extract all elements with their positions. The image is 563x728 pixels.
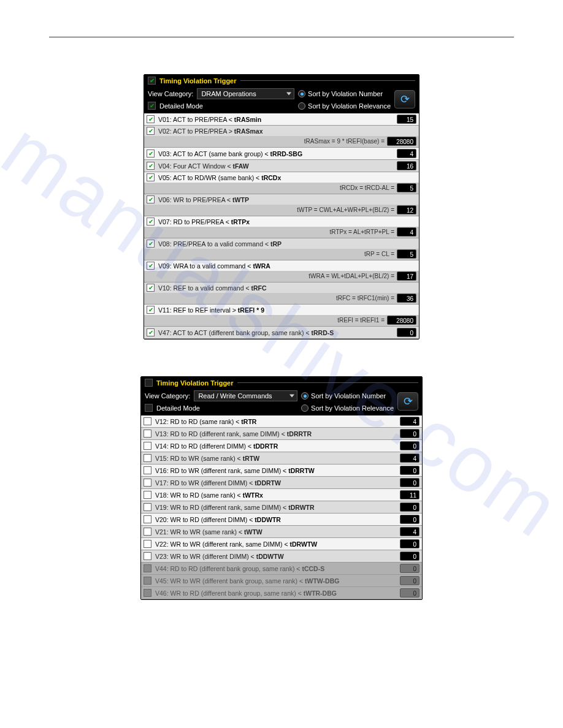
row-checkbox[interactable] [147,150,155,157]
radio-icon [301,404,308,412]
value-box[interactable]: 11 [400,490,419,499]
value-box[interactable]: 4 [400,453,419,463]
detailed-mode-toggle[interactable]: Detailed Mode [148,102,294,110]
value-box[interactable]: 0 [400,552,419,561]
value-box[interactable]: 4 [397,149,416,158]
row-checkbox[interactable] [147,328,155,336]
row-checkbox[interactable] [144,430,151,438]
value-box[interactable]: 17 [397,271,416,281]
value-box[interactable]: 0 [400,564,419,573]
value-box[interactable]: 0 [400,466,419,475]
value-box[interactable]: 28080 [387,316,416,325]
violation-row: V03: ACT to ACT (same bank group) < tRRD… [144,148,419,160]
detailed-mode-toggle[interactable]: Detailed Mode [145,404,297,412]
view-category-select[interactable]: Read / Write Commands [194,390,297,401]
violation-label: V08: PRE/PREA to a valid command < tRP [158,240,416,248]
row-checkbox[interactable] [147,262,155,270]
violation-row: V06: WR to PRE/PREA < tWTPtWTP = CWL+AL+… [144,194,419,216]
formula-label: tWRA = WL+tDAL+PL+(BL/2) = [308,273,394,279]
violation-row: V23: WR to WR (different DIMM) < tDDWTW0 [141,550,422,563]
row-checkbox[interactable] [144,552,151,560]
violation-label: V11: REF to REF interval > tREFI * 9 [158,306,416,314]
violation-label: V14: RD to RD (different DIMM) < tDDRTR [155,442,396,450]
row-checkbox[interactable] [144,454,151,462]
row-checkbox[interactable] [147,173,155,181]
value-box[interactable]: 0 [400,576,419,585]
value-box[interactable]: 5 [397,183,416,192]
sort-by-relevance[interactable]: Sort by Violation Relevance [301,404,394,412]
violation-label: V46: WR to RD (different bank group, sam… [155,590,396,597]
value-box[interactable]: 16 [397,161,416,170]
violation-label: V10: REF to a valid command < tRFC [158,284,416,292]
value-box[interactable]: 4 [400,417,419,426]
row-checkbox[interactable] [144,528,151,536]
violation-row: V12: RD to RD (same rank) < tRTR4 [141,415,422,428]
row-checkbox[interactable] [147,115,155,123]
refresh-icon: ⟳ [400,93,410,106]
detailed-checkbox[interactable] [148,102,156,110]
row-checkbox[interactable] [147,127,155,135]
row-checkbox[interactable] [144,503,151,511]
violation-label: V05: ACT to RD/WR (same bank) < tRCDx [158,174,416,181]
violation-row: V20: WR to RD (different DIMM) < tDDWTR0 [141,514,422,526]
sort-by-relevance[interactable]: Sort by Violation Relevance [298,102,391,110]
violation-label: V06: WR to PRE/PREA < tWTP [158,196,416,203]
violation-label: V21: WR to WR (same rank) < tWTW [155,528,396,536]
value-box[interactable]: 4 [400,527,419,536]
violation-row: V45: WR to WR (different bank group, sam… [141,575,422,587]
violation-row: V47: ACT to ACT (different bank group, s… [144,327,419,339]
violation-row: V05: ACT to RD/WR (same bank) < tRCDxtRC… [144,172,419,194]
view-category-select[interactable]: DRAM Operations [197,88,294,99]
violation-row: V08: PRE/PREA to a valid command < tRPtR… [144,238,419,260]
panel-enable-checkbox[interactable] [148,77,156,85]
violation-row: V16: RD to WR (different rank, same DIMM… [141,464,422,477]
violation-row: V22: WR to WR (different rank, same DIMM… [141,538,422,550]
value-box[interactable]: 0 [400,429,419,438]
violation-label: V44: RD to RD (different bank group, sam… [155,565,396,572]
value-box[interactable]: 0 [400,539,419,548]
row-checkbox[interactable] [144,491,151,499]
violation-row: V14: RD to RD (different DIMM) < tDDRTR0 [141,440,422,452]
value-box[interactable]: 15 [397,115,416,124]
row-checkbox[interactable] [144,540,151,548]
row-checkbox[interactable] [144,479,151,487]
value-box[interactable]: 0 [400,478,419,487]
violation-list: V12: RD to RD (same rank) < tRTR4V13: RD… [141,415,422,599]
panel-enable-checkbox[interactable] [145,379,153,387]
detailed-checkbox[interactable] [145,404,153,412]
refresh-button[interactable]: ⟳ [394,90,415,108]
row-checkbox[interactable] [147,218,155,226]
violation-row: V11: REF to REF interval > tREFI * 9tREF… [144,305,419,327]
violation-row: V02: ACT to PRE/PREA > tRASmaxtRASmax = … [144,126,419,148]
row-checkbox[interactable] [147,240,155,248]
value-box[interactable]: 36 [397,294,416,303]
row-checkbox[interactable] [147,162,155,170]
value-box[interactable]: 0 [397,328,416,337]
row-checkbox[interactable] [144,515,151,523]
value-box[interactable]: 28080 [387,137,416,146]
row-checkbox[interactable] [147,306,155,314]
value-box[interactable]: 0 [400,441,419,450]
row-checkbox[interactable] [147,284,155,292]
refresh-button[interactable]: ⟳ [397,392,418,411]
row-checkbox[interactable] [144,417,151,425]
value-box[interactable]: 4 [397,227,416,237]
violation-label: V13: RD to RD (different rank, same DIMM… [155,430,396,438]
violation-row: V07: RD to PRE/PREA < tRTPxtRTPx = AL+tR… [144,216,419,238]
sort-by-number[interactable]: Sort by Violation Number [301,392,394,400]
row-checkbox[interactable] [147,195,155,203]
row-checkbox[interactable] [144,442,151,450]
row-checkbox[interactable] [144,466,151,474]
formula-label: tRTPx = AL+tRTP+PL = [330,229,394,235]
violation-label: V20: WR to RD (different DIMM) < tDDWTR [155,516,396,523]
value-box[interactable]: 0 [400,515,419,524]
violation-label: V02: ACT to PRE/PREA > tRASmax [158,127,416,135]
violation-label: V47: ACT to ACT (different bank group, s… [158,329,393,336]
value-box[interactable]: 5 [397,249,416,259]
violation-row: V46: WR to RD (different bank group, sam… [141,587,422,599]
sort-by-number[interactable]: Sort by Violation Number [298,90,391,97]
value-box[interactable]: 0 [400,588,419,597]
violation-label: V15: RD to WR (same rank) < tRTW [155,455,396,462]
value-box[interactable]: 12 [397,205,416,214]
value-box[interactable]: 0 [400,502,419,512]
